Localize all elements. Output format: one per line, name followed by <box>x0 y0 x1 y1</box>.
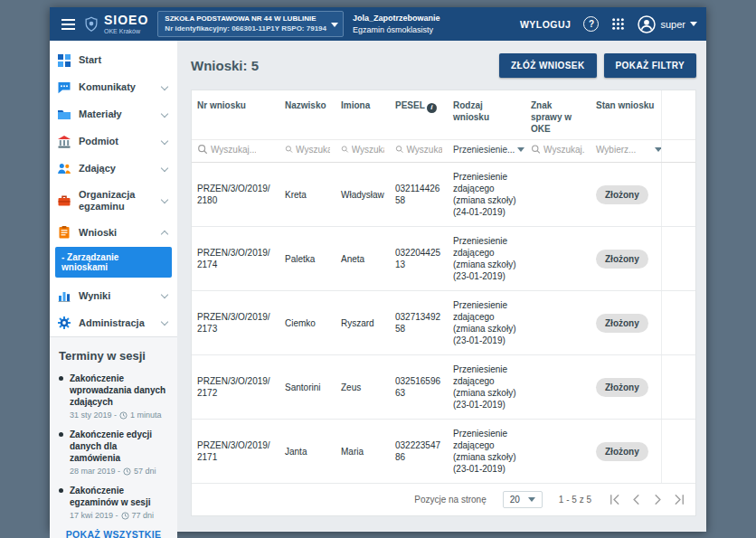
search-icon <box>197 144 208 155</box>
dashboard-icon <box>57 53 71 68</box>
sidebar-item-wnioski[interactable]: Wnioski <box>50 219 177 246</box>
col-stan-wniosku[interactable]: Stan wniosku <box>591 90 661 140</box>
chevron-down-icon <box>161 137 168 144</box>
chevron-down-icon <box>161 291 168 298</box>
school-selector[interactable]: SZKOŁA PODSTAWOWA NR 44 W LUBLINIE Nr id… <box>157 11 344 37</box>
status-badge: Złożony <box>596 185 648 204</box>
school-name: SZKOŁA PODSTAWOWA NR 44 W LUBLINIE <box>165 14 326 24</box>
filter-nr-cell <box>192 140 279 163</box>
status-badge: Złożony <box>596 250 648 269</box>
user-context: Jola_Zapotrzebowanie Egzamin ósmoklasist… <box>353 13 440 35</box>
term-title: Zakończenie wprowadzania danych zdającyc… <box>70 373 168 408</box>
table-row[interactable]: PRZEN/3/O/2019/2171 Janta Maria 03222354… <box>192 420 695 484</box>
first-page-icon[interactable] <box>608 493 621 506</box>
sidebar-item-wyniki[interactable]: Wyniki <box>50 282 177 309</box>
term-date: 28 mar 2019 - 57 dni <box>70 467 168 476</box>
sidebar-item-administracja[interactable]: Administracja <box>50 309 177 336</box>
per-page-label: Pozycje na stronę <box>414 495 487 505</box>
help-icon[interactable]: ? <box>583 16 599 32</box>
sidebar-item-start[interactable]: Start <box>50 47 177 74</box>
col-nazwisko[interactable]: Nazwisko <box>279 90 335 140</box>
term-date: 17 kwi 2019 - 77 dni <box>70 511 168 520</box>
brand-subtitle: OKE Kraków <box>104 28 148 34</box>
topbar: SIOEO OKE Kraków SZKOŁA PODSTAWOWA NR 44… <box>50 7 706 41</box>
avatar-icon <box>638 15 656 33</box>
menu-icon[interactable] <box>61 19 75 30</box>
last-page-icon[interactable] <box>673 493 686 506</box>
chat-icon <box>57 80 71 95</box>
col-znak-sprawy[interactable]: Znak sprawy w OKE <box>525 90 591 140</box>
bullet-icon <box>59 376 63 381</box>
col-pesel[interactable]: PESELi <box>390 90 448 140</box>
folder-icon <box>57 108 71 122</box>
table-row[interactable]: PRZEN/3/O/2019/2174 Paletka Aneta 032204… <box>192 227 695 291</box>
sidebar-item-organizacja-egzaminu[interactable]: Organizacja egzaminu <box>50 183 177 219</box>
terms-title: Terminy w sesji <box>59 349 168 363</box>
gear-icon <box>57 316 71 330</box>
cell-nazwisko: Ciemko <box>279 291 335 355</box>
cell-extra <box>661 163 695 227</box>
cell-pesel: 03222354786 <box>390 420 448 484</box>
filter-imiona-cell <box>335 140 390 163</box>
context-exam: Egzamin ósmoklasisty <box>353 24 440 36</box>
cell-imiona: Ryszard <box>335 291 390 355</box>
cell-nazwisko: Santorini <box>279 355 335 420</box>
table-row[interactable]: PRZEN/3/O/2019/2172 Santorini Zeus 03251… <box>192 355 695 420</box>
chevron-down-icon <box>331 23 338 27</box>
cell-nr-wniosku: PRZEN/3/O/2019/2174 <box>192 227 279 291</box>
chevron-down-icon[interactable] <box>655 147 661 152</box>
info-icon[interactable]: i <box>427 103 437 113</box>
cell-rodzaj: Przeniesienie zdającego (zmiana szkoły) … <box>448 163 525 227</box>
status-badge: Złożony <box>596 314 648 333</box>
search-icon <box>285 144 293 155</box>
username: super <box>660 19 685 30</box>
prev-page-icon[interactable] <box>629 493 643 506</box>
submit-request-button[interactable]: ZŁÓŻ WNIOSEK <box>499 53 596 78</box>
term-date: 31 sty 2019 - 1 minuta <box>70 411 168 420</box>
filter-pesel-input[interactable] <box>406 145 442 155</box>
table-row[interactable]: PRZEN/3/O/2019/2173 Ciemko Ryszard 03271… <box>192 291 695 355</box>
cell-pesel: 03271349258 <box>390 291 448 355</box>
chevron-down-icon <box>161 195 168 203</box>
filter-rodzaj-select[interactable]: Przeniesienie... <box>453 145 515 155</box>
filter-nr-input[interactable] <box>211 145 256 155</box>
cell-rodzaj: Przeniesienie zdającego (zmiana szkoły) … <box>448 227 525 291</box>
chart-icon <box>57 288 71 303</box>
filter-pesel-cell <box>390 140 448 163</box>
sidebar-item-materialy[interactable]: Materiały <box>50 101 177 128</box>
col-imiona[interactable]: Imiona <box>335 90 390 140</box>
clipboard-icon <box>57 225 71 240</box>
table-row[interactable]: PRZEN/3/O/2019/2180 Kreta Władysław 0321… <box>192 163 695 227</box>
filter-stan-select[interactable]: Wybierz... <box>596 145 636 155</box>
per-page-select[interactable]: 20 <box>503 491 543 508</box>
requests-table: Nr wniosku Nazwisko Imiona PESELi Rodzaj… <box>191 90 696 516</box>
cell-extra <box>661 227 695 291</box>
cell-imiona: Władysław <box>335 163 390 227</box>
page-title: Wnioski: 5 <box>191 58 259 73</box>
next-page-icon[interactable] <box>651 493 665 506</box>
sidebar-item-zdajacy[interactable]: Zdający <box>50 156 177 183</box>
filter-imiona-input[interactable] <box>352 145 384 155</box>
filter-rodzaj-cell: Przeniesienie... × <box>448 140 525 163</box>
cell-nazwisko: Janta <box>279 420 335 484</box>
logout-button[interactable]: WYLOGUJ <box>520 19 572 30</box>
show-filters-button[interactable]: POKAŻ FILTRY <box>604 53 696 78</box>
chevron-up-icon <box>161 231 168 238</box>
filter-znak-input[interactable] <box>543 145 585 155</box>
col-extra <box>661 90 695 140</box>
briefcase-icon <box>57 193 71 208</box>
show-all-link[interactable]: POKAŻ WSZYSTKIE <box>59 529 168 538</box>
context-user: Jola_Zapotrzebowanie <box>353 13 440 24</box>
sidebar-item-podmiot[interactable]: Podmiot <box>50 128 177 156</box>
user-menu[interactable]: super <box>638 15 697 33</box>
sidebar-item-komunikaty[interactable]: Komunikaty <box>50 74 177 101</box>
chevron-down-icon <box>528 497 535 502</box>
sidebar-item-zarzadzanie-wnioskami[interactable]: - Zarządzanie wnioskami <box>55 247 172 278</box>
chevron-down-icon[interactable] <box>517 147 524 152</box>
apps-grid-icon[interactable] <box>611 17 625 31</box>
filter-nazwisko-input[interactable] <box>296 145 330 155</box>
col-nr-wniosku[interactable]: Nr wniosku <box>192 90 279 140</box>
cell-rodzaj: Przeniesienie zdającego (zmiana szkoły) … <box>448 291 525 355</box>
col-rodzaj-wniosku[interactable]: Rodzaj wniosku <box>448 90 525 140</box>
search-icon <box>531 144 541 155</box>
